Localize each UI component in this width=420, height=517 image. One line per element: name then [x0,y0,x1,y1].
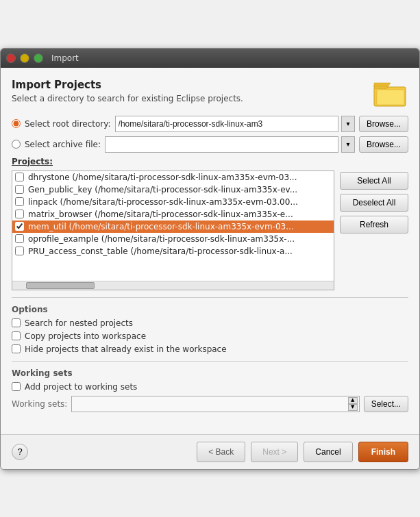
minimize-button[interactable] [20,53,29,63]
root-directory-row: Select root directory: ▾ Browse... [12,116,408,132]
root-directory-label: Select root directory: [25,119,111,129]
close-button[interactable] [6,53,16,63]
add-working-sets-checkbox[interactable] [12,382,21,391]
hide-existing-label: Hide projects that already exist in the … [25,344,227,354]
combo-spinners[interactable]: ▲ ▼ [348,397,358,411]
add-to-working-sets-row: Add project to working sets [12,382,408,392]
project-name: Gen_public_key (/home/sitara/ti-processo… [28,185,297,194]
working-sets-field-label: Working sets: [12,399,67,409]
back-button[interactable]: < Back [197,442,245,462]
svg-marker-3 [374,83,391,87]
header: Import Projects Select a directory to se… [12,79,408,108]
cancel-button[interactable]: Cancel [304,442,352,462]
hide-existing-checkbox[interactable] [12,344,21,353]
project-checkbox[interactable] [15,185,24,194]
working-sets-combo[interactable]: ▲ ▼ [71,396,359,412]
archive-file-label: Select archive file: [25,140,101,149]
project-name: linpack (/home/sitara/ti-processor-sdk-l… [28,197,298,207]
maximize-button[interactable] [34,53,43,63]
next-button[interactable]: Next > [251,442,298,462]
root-directory-dropdown[interactable]: ▾ [341,116,355,132]
archive-browse-button[interactable]: Browse... [359,136,408,153]
root-directory-input[interactable] [115,116,338,132]
projects-list-container: dhrystone (/home/sitara/ti-processor-sdk… [12,171,334,290]
project-checkbox[interactable] [15,234,24,243]
search-nested-row: Search for nested projects [12,318,408,328]
divider [12,297,408,298]
projects-section-label: Projects: [12,157,408,166]
horizontal-scrollbar[interactable] [12,281,334,290]
bottom-right: < Back Next > Cancel Finish [197,442,408,462]
project-checkbox[interactable] [15,197,24,206]
search-nested-label: Search for nested projects [25,318,133,328]
svg-rect-2 [377,90,404,105]
archive-file-radio[interactable] [12,140,21,149]
copy-projects-row: Copy projects into workspace [12,331,408,341]
root-browse-button[interactable]: Browse... [359,116,408,132]
select-all-button[interactable]: Select All [340,172,408,190]
folder-icon [373,79,408,108]
help-button[interactable]: ? [12,444,28,460]
projects-list[interactable]: dhrystone (/home/sitara/ti-processor-sdk… [12,171,334,281]
finish-button[interactable]: Finish [358,442,408,462]
list-item[interactable]: mem_util (/home/sitara/ti-processor-sdk-… [12,220,334,233]
working-sets-select-button[interactable]: Select... [364,396,408,412]
import-dialog: Import Import Projects Select a director… [0,48,420,470]
bottom-left: ? [12,444,28,460]
window-title: Import [51,53,79,63]
copy-projects-checkbox[interactable] [12,331,21,340]
project-name: dhrystone (/home/sitara/ti-processor-sdk… [28,173,297,182]
working-sets-label: Working sets [12,368,408,378]
project-checkbox[interactable] [15,173,24,181]
projects-buttons: Select All Deselect All Refresh [340,171,408,290]
header-text: Import Projects Select a directory to se… [12,79,243,103]
scrollbar-thumb[interactable] [26,282,95,289]
list-item[interactable]: oprofile_example (/home/sitara/ti-proces… [12,233,334,245]
spinner-down[interactable]: ▼ [348,404,358,411]
project-name: oprofile_example (/home/sitara/ti-proces… [28,234,295,244]
projects-area: dhrystone (/home/sitara/ti-processor-sdk… [12,171,408,290]
bottom-bar: ? < Back Next > Cancel Finish [1,434,419,469]
spinner-up[interactable]: ▲ [348,397,358,404]
project-checkbox[interactable] [15,210,24,218]
dialog-title: Import Projects [12,79,243,91]
options-label: Options [12,305,408,314]
project-name: matrix_browser (/home/sitara/ti-processo… [28,210,293,219]
add-working-sets-label: Add project to working sets [25,382,137,392]
root-directory-radio[interactable] [12,119,21,128]
list-item[interactable]: PRU_access_const_table (/home/sitara/ti-… [12,245,334,257]
options-section: Options Search for nested projects Copy … [12,305,408,354]
project-name: PRU_access_const_table (/home/sitara/ti-… [28,247,293,256]
list-item[interactable]: dhrystone (/home/sitara/ti-processor-sdk… [12,171,334,184]
root-directory-combo: ▾ [115,116,355,132]
archive-file-dropdown[interactable]: ▾ [341,136,355,153]
copy-projects-label: Copy projects into workspace [25,331,146,341]
dialog-subtitle: Select a directory to search for existin… [12,94,243,103]
refresh-button[interactable]: Refresh [340,216,408,234]
list-item[interactable]: Gen_public_key (/home/sitara/ti-processo… [12,184,334,196]
list-item[interactable]: linpack (/home/sitara/ti-processor-sdk-l… [12,196,334,208]
hide-existing-row: Hide projects that already exist in the … [12,344,408,354]
working-sets-field-row: Working sets: ▲ ▼ Select... [12,396,408,412]
divider2 [12,361,408,362]
content-area: Import Projects Select a directory to se… [1,68,419,434]
deselect-all-button[interactable]: Deselect All [340,194,408,212]
project-name: mem_util (/home/sitara/ti-processor-sdk-… [28,222,294,231]
title-bar: Import [1,49,419,68]
list-item[interactable]: matrix_browser (/home/sitara/ti-processo… [12,208,334,220]
archive-file-combo: ▾ [105,136,355,153]
archive-file-input[interactable] [105,136,338,153]
search-nested-checkbox[interactable] [12,318,21,327]
working-sets-section: Working sets Add project to working sets… [12,368,408,412]
archive-file-row: Select archive file: ▾ Browse... [12,136,408,153]
project-checkbox[interactable] [15,247,24,255]
project-checkbox[interactable] [15,222,24,231]
